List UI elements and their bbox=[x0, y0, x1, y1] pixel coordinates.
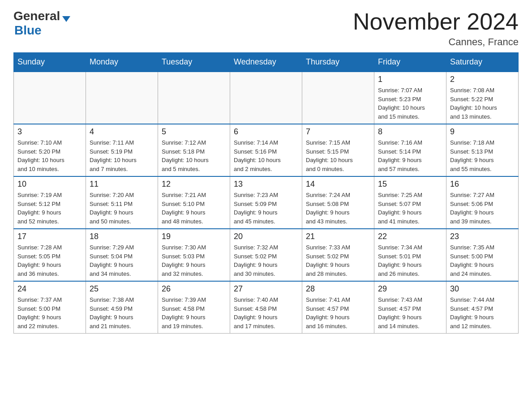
calendar-cell: 5Sunrise: 7:12 AMSunset: 5:18 PMDaylight… bbox=[158, 124, 230, 176]
calendar-cell: 29Sunrise: 7:43 AMSunset: 4:57 PMDayligh… bbox=[374, 281, 446, 334]
calendar-cell: 22Sunrise: 7:34 AMSunset: 5:01 PMDayligh… bbox=[374, 229, 446, 281]
weekday-header-tuesday: Tuesday bbox=[158, 53, 230, 72]
calendar-cell: 26Sunrise: 7:39 AMSunset: 4:58 PMDayligh… bbox=[158, 281, 230, 334]
weekday-header-friday: Friday bbox=[374, 53, 446, 72]
calendar-cell: 17Sunrise: 7:28 AMSunset: 5:05 PMDayligh… bbox=[14, 229, 86, 281]
logo-triangle-icon bbox=[62, 16, 70, 22]
day-info: Sunrise: 7:10 AMSunset: 5:20 PMDaylight:… bbox=[17, 138, 82, 173]
day-info: Sunrise: 7:39 AMSunset: 4:58 PMDaylight:… bbox=[162, 295, 226, 330]
calendar-cell: 1Sunrise: 7:07 AMSunset: 5:23 PMDaylight… bbox=[374, 72, 446, 124]
day-number: 6 bbox=[234, 127, 298, 137]
day-number: 26 bbox=[162, 284, 226, 294]
day-info: Sunrise: 7:23 AMSunset: 5:09 PMDaylight:… bbox=[234, 191, 298, 226]
day-number: 12 bbox=[162, 180, 226, 189]
page-header: General Blue November 2024 Cannes, Franc… bbox=[13, 9, 519, 48]
day-number: 15 bbox=[378, 180, 442, 189]
calendar-cell: 11Sunrise: 7:20 AMSunset: 5:11 PMDayligh… bbox=[86, 176, 158, 229]
weekday-header-saturday: Saturday bbox=[446, 53, 519, 72]
calendar-cell: 25Sunrise: 7:38 AMSunset: 4:59 PMDayligh… bbox=[86, 281, 158, 334]
calendar-cell: 4Sunrise: 7:11 AMSunset: 5:19 PMDaylight… bbox=[86, 124, 158, 176]
calendar-cell bbox=[302, 72, 374, 124]
day-info: Sunrise: 7:14 AMSunset: 5:16 PMDaylight:… bbox=[234, 138, 298, 173]
calendar-cell: 30Sunrise: 7:44 AMSunset: 4:57 PMDayligh… bbox=[446, 281, 519, 334]
title-block: November 2024 Cannes, France bbox=[353, 9, 519, 48]
day-info: Sunrise: 7:25 AMSunset: 5:07 PMDaylight:… bbox=[378, 191, 442, 226]
day-number: 11 bbox=[90, 180, 154, 189]
logo-blue-text: Blue bbox=[14, 23, 42, 38]
day-number: 14 bbox=[306, 180, 370, 189]
day-info: Sunrise: 7:41 AMSunset: 4:57 PMDaylight:… bbox=[306, 295, 370, 330]
day-info: Sunrise: 7:34 AMSunset: 5:01 PMDaylight:… bbox=[378, 243, 442, 278]
day-number: 27 bbox=[234, 284, 298, 294]
day-info: Sunrise: 7:19 AMSunset: 5:12 PMDaylight:… bbox=[17, 191, 82, 226]
calendar-cell: 14Sunrise: 7:24 AMSunset: 5:08 PMDayligh… bbox=[302, 176, 374, 229]
day-number: 30 bbox=[450, 284, 515, 294]
week-row-1: 1Sunrise: 7:07 AMSunset: 5:23 PMDaylight… bbox=[14, 72, 519, 124]
calendar-cell: 20Sunrise: 7:32 AMSunset: 5:02 PMDayligh… bbox=[230, 229, 302, 281]
day-number: 2 bbox=[450, 75, 515, 84]
location: Cannes, France bbox=[353, 36, 519, 48]
day-info: Sunrise: 7:20 AMSunset: 5:11 PMDaylight:… bbox=[90, 191, 154, 226]
day-info: Sunrise: 7:11 AMSunset: 5:19 PMDaylight:… bbox=[90, 138, 154, 173]
week-row-2: 3Sunrise: 7:10 AMSunset: 5:20 PMDaylight… bbox=[14, 124, 519, 176]
day-number: 8 bbox=[378, 127, 442, 137]
day-number: 28 bbox=[306, 284, 370, 294]
calendar-cell bbox=[86, 72, 158, 124]
calendar-cell bbox=[14, 72, 86, 124]
day-info: Sunrise: 7:35 AMSunset: 5:00 PMDaylight:… bbox=[450, 243, 515, 278]
day-info: Sunrise: 7:33 AMSunset: 5:02 PMDaylight:… bbox=[306, 243, 370, 278]
calendar-cell: 12Sunrise: 7:21 AMSunset: 5:10 PMDayligh… bbox=[158, 176, 230, 229]
calendar-cell: 10Sunrise: 7:19 AMSunset: 5:12 PMDayligh… bbox=[14, 176, 86, 229]
calendar-cell: 6Sunrise: 7:14 AMSunset: 5:16 PMDaylight… bbox=[230, 124, 302, 176]
day-info: Sunrise: 7:32 AMSunset: 5:02 PMDaylight:… bbox=[234, 243, 298, 278]
weekday-header-thursday: Thursday bbox=[302, 53, 374, 72]
day-info: Sunrise: 7:21 AMSunset: 5:10 PMDaylight:… bbox=[162, 191, 226, 226]
day-info: Sunrise: 7:38 AMSunset: 4:59 PMDaylight:… bbox=[90, 295, 154, 330]
day-number: 10 bbox=[17, 180, 82, 189]
calendar-cell: 15Sunrise: 7:25 AMSunset: 5:07 PMDayligh… bbox=[374, 176, 446, 229]
calendar-cell: 21Sunrise: 7:33 AMSunset: 5:02 PMDayligh… bbox=[302, 229, 374, 281]
day-number: 5 bbox=[162, 127, 226, 137]
calendar-cell: 7Sunrise: 7:15 AMSunset: 5:15 PMDaylight… bbox=[302, 124, 374, 176]
day-info: Sunrise: 7:30 AMSunset: 5:03 PMDaylight:… bbox=[162, 243, 226, 278]
weekday-header-wednesday: Wednesday bbox=[230, 53, 302, 72]
day-number: 19 bbox=[162, 232, 226, 241]
day-number: 24 bbox=[17, 284, 82, 294]
week-row-3: 10Sunrise: 7:19 AMSunset: 5:12 PMDayligh… bbox=[14, 176, 519, 229]
calendar-cell: 19Sunrise: 7:30 AMSunset: 5:03 PMDayligh… bbox=[158, 229, 230, 281]
weekday-header-row: SundayMondayTuesdayWednesdayThursdayFrid… bbox=[14, 53, 519, 72]
calendar-cell: 27Sunrise: 7:40 AMSunset: 4:58 PMDayligh… bbox=[230, 281, 302, 334]
calendar-cell: 28Sunrise: 7:41 AMSunset: 4:57 PMDayligh… bbox=[302, 281, 374, 334]
logo: General Blue bbox=[13, 9, 70, 38]
calendar-cell: 16Sunrise: 7:27 AMSunset: 5:06 PMDayligh… bbox=[446, 176, 519, 229]
day-info: Sunrise: 7:44 AMSunset: 4:57 PMDaylight:… bbox=[450, 295, 515, 330]
week-row-5: 24Sunrise: 7:37 AMSunset: 5:00 PMDayligh… bbox=[14, 281, 519, 334]
day-number: 21 bbox=[306, 232, 370, 241]
day-number: 9 bbox=[450, 127, 515, 137]
day-number: 25 bbox=[90, 284, 154, 294]
calendar-cell bbox=[230, 72, 302, 124]
day-info: Sunrise: 7:08 AMSunset: 5:22 PMDaylight:… bbox=[450, 86, 515, 121]
day-info: Sunrise: 7:27 AMSunset: 5:06 PMDaylight:… bbox=[450, 191, 515, 226]
calendar-cell: 3Sunrise: 7:10 AMSunset: 5:20 PMDaylight… bbox=[14, 124, 86, 176]
day-number: 4 bbox=[90, 127, 154, 137]
calendar-cell: 24Sunrise: 7:37 AMSunset: 5:00 PMDayligh… bbox=[14, 281, 86, 334]
logo-general-text: General bbox=[13, 9, 60, 23]
day-info: Sunrise: 7:24 AMSunset: 5:08 PMDaylight:… bbox=[306, 191, 370, 226]
day-info: Sunrise: 7:28 AMSunset: 5:05 PMDaylight:… bbox=[17, 243, 82, 278]
day-info: Sunrise: 7:43 AMSunset: 4:57 PMDaylight:… bbox=[378, 295, 442, 330]
day-info: Sunrise: 7:07 AMSunset: 5:23 PMDaylight:… bbox=[378, 86, 442, 121]
calendar-table: SundayMondayTuesdayWednesdayThursdayFrid… bbox=[13, 52, 519, 334]
day-info: Sunrise: 7:37 AMSunset: 5:00 PMDaylight:… bbox=[17, 295, 82, 330]
calendar-cell: 9Sunrise: 7:18 AMSunset: 5:13 PMDaylight… bbox=[446, 124, 519, 176]
calendar-cell: 8Sunrise: 7:16 AMSunset: 5:14 PMDaylight… bbox=[374, 124, 446, 176]
month-title: November 2024 bbox=[353, 9, 519, 34]
day-number: 16 bbox=[450, 180, 515, 189]
week-row-4: 17Sunrise: 7:28 AMSunset: 5:05 PMDayligh… bbox=[14, 229, 519, 281]
day-number: 7 bbox=[306, 127, 370, 137]
day-info: Sunrise: 7:18 AMSunset: 5:13 PMDaylight:… bbox=[450, 138, 515, 173]
day-number: 18 bbox=[90, 232, 154, 241]
weekday-header-monday: Monday bbox=[86, 53, 158, 72]
day-number: 29 bbox=[378, 284, 442, 294]
calendar-cell: 2Sunrise: 7:08 AMSunset: 5:22 PMDaylight… bbox=[446, 72, 519, 124]
